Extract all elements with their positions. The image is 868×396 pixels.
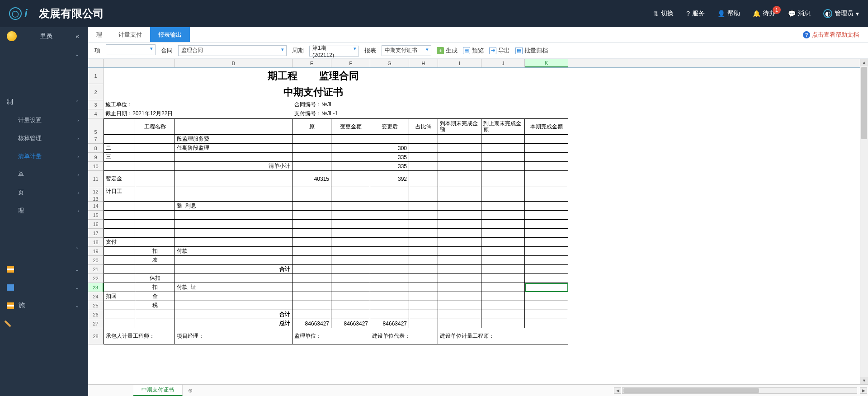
sidebar-item-qdjl[interactable]: 清单计量› (0, 147, 88, 165)
col-header[interactable] (104, 59, 175, 67)
vertical-scrollbar[interactable]: ▲ ▼ (860, 59, 868, 384)
row-header[interactable]: 12 (88, 187, 104, 196)
btn-preview[interactable]: ▤预览 (463, 47, 484, 55)
nav-todo[interactable]: 🔔待办1 (753, 9, 775, 18)
row-header[interactable]: 2 (88, 84, 104, 100)
col-header[interactable]: J (481, 59, 525, 67)
todo-badge: 1 (773, 6, 781, 14)
row-header[interactable]: 17 (88, 229, 104, 238)
label-period: 周期 (292, 47, 304, 55)
col-header[interactable]: F (331, 59, 370, 67)
sidebar-item-ye[interactable]: 页› (0, 184, 88, 202)
scroll-thumb[interactable] (861, 67, 867, 139)
col-header[interactable]: E (292, 59, 331, 67)
row-header[interactable]: 25 (88, 301, 104, 310)
row-header[interactable]: 9 (88, 153, 104, 162)
col-header-selected[interactable]: K (525, 59, 568, 67)
row-header[interactable]: 8 (88, 144, 104, 153)
spreadsheet[interactable]: B E F G H I J K 1期工程 监理合同 2中期支付证书 3施工单位：… (88, 59, 860, 384)
tab-jlzf[interactable]: 计量支付 (110, 27, 150, 42)
avatar-icon (7, 31, 17, 41)
row-header[interactable]: 3 (88, 100, 104, 109)
plus-icon: + (437, 47, 444, 54)
nav-help[interactable]: 👤帮助 (717, 9, 740, 18)
row-header[interactable]: 13 (88, 196, 104, 202)
sidebar-item-g3[interactable]: ⌄ (0, 238, 88, 256)
row-header[interactable]: 16 (88, 220, 104, 229)
col-header[interactable]: B (175, 59, 292, 67)
sidebar-item-dan[interactable]: 单› (0, 165, 88, 184)
btn-export[interactable]: ⇥导出 (489, 47, 510, 55)
select-period[interactable]: 第1期 (202112) (309, 46, 359, 57)
sidebar-item-zhi[interactable]: 制⌃ (0, 93, 88, 111)
select-project[interactable] (106, 44, 156, 55)
row-header[interactable]: 19 (88, 247, 104, 256)
logo-area: ◯ i 发展有限公司 (9, 6, 104, 21)
col-header[interactable]: H (409, 59, 438, 67)
chevron-right-icon: › (77, 154, 79, 159)
scroll-right-icon[interactable]: ▶ (860, 387, 867, 394)
select-report[interactable]: 中期支付证书 (382, 45, 431, 56)
col-header[interactable]: I (438, 59, 481, 67)
row-header[interactable]: 28 (88, 328, 104, 344)
add-sheet-icon[interactable]: ⊕ (183, 387, 198, 394)
logo-letter: i (24, 7, 28, 20)
active-cell[interactable] (525, 283, 568, 292)
sidebar-item-jlsz[interactable]: 计量设置› (0, 111, 88, 129)
sidebar-item-g4[interactable]: ⌄ (0, 260, 88, 278)
label-contract: 合同 (161, 47, 173, 55)
chevron-right-icon: › (77, 172, 79, 177)
chevron-down-icon: ⌄ (75, 285, 79, 291)
collapse-icon[interactable]: « (75, 33, 79, 40)
row-header[interactable]: 1 (88, 68, 104, 84)
row-header[interactable]: 4 (88, 109, 104, 118)
row-header[interactable]: 7 (88, 135, 104, 144)
sidebar-item-pencil[interactable] (0, 315, 88, 333)
nav-admin[interactable]: ◐管理员▾ (823, 9, 859, 18)
tab-li[interactable]: 理 (88, 27, 110, 42)
chevron-down-icon: ⌄ (75, 244, 79, 250)
scroll-down-icon[interactable]: ▼ (860, 377, 868, 384)
row-header[interactable]: 15 (88, 211, 104, 220)
row-header[interactable]: 21 (88, 265, 104, 274)
horizontal-scrollbar[interactable] (622, 387, 857, 394)
row-header[interactable]: 22 (88, 274, 104, 283)
btn-batch[interactable]: ▦批量归档 (515, 47, 548, 55)
sidebar-item-1[interactable]: ⌄ (0, 45, 88, 63)
sidebar-item-li[interactable]: 理› (0, 202, 88, 220)
tab-bbsc[interactable]: 报表输出 (150, 27, 190, 42)
row-header[interactable]: 20 (88, 256, 104, 265)
chevron-right-icon: › (77, 118, 79, 123)
row-header[interactable]: 10 (88, 162, 104, 171)
select-contract[interactable]: 监理合同 (178, 45, 287, 56)
label-report: 报表 (364, 47, 376, 55)
chevron-right-icon: › (77, 190, 79, 195)
message-icon: 💬 (788, 10, 796, 17)
row-header[interactable]: 27 (88, 319, 104, 328)
row-header-selected[interactable]: 23 (88, 283, 104, 292)
nav-service[interactable]: ?服务 (686, 9, 705, 18)
sidebar-item-g6[interactable]: 施⌄ (0, 297, 88, 315)
row-header[interactable]: 14 (88, 202, 104, 211)
row-header[interactable]: 26 (88, 310, 104, 319)
col-header[interactable]: G (370, 59, 409, 67)
nav-message[interactable]: 💬消息 (788, 9, 811, 18)
scroll-up-icon[interactable]: ▲ (860, 59, 868, 66)
sidebar-item-hsgl[interactable]: 核算管理› (0, 129, 88, 147)
row-header[interactable]: 24 (88, 292, 104, 301)
folder-icon (7, 266, 14, 273)
person-icon: 👤 (717, 10, 725, 17)
sidebar: 里员 « ⌄ 制⌃ 计量设置› 核算管理› 清单计量› 单› 页› 理› ⌄ ⌄… (0, 27, 88, 396)
hscroll-thumb[interactable] (623, 388, 759, 393)
sidebar-item-g5[interactable]: ⌄ (0, 278, 88, 297)
chevron-right-icon: › (77, 136, 79, 141)
row-header[interactable]: 11 (88, 171, 104, 187)
question-icon: ? (686, 10, 690, 17)
scroll-left-icon[interactable]: ◀ (614, 387, 621, 394)
row-header[interactable]: 18 (88, 238, 104, 247)
nav-switch[interactable]: ⇅切换 (653, 9, 674, 18)
help-link[interactable]: ?点击查看帮助文档 (803, 31, 868, 39)
sheet-tab-active[interactable]: 中期支付证书 (133, 385, 183, 396)
btn-generate[interactable]: +生成 (437, 47, 458, 55)
sidebar-user-label: 里员 (40, 32, 52, 40)
